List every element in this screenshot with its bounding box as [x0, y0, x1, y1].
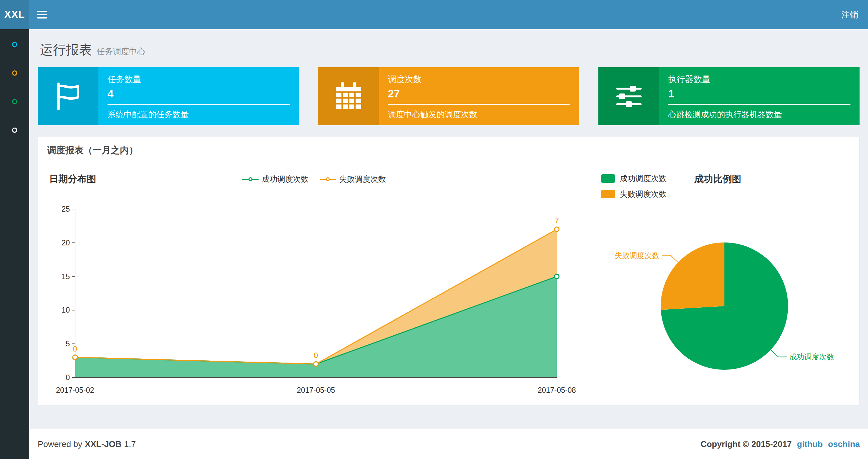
point-label: 7 — [555, 216, 559, 225]
info-box-title: 调度次数 — [388, 74, 570, 85]
info-box-desc: 系统中配置的任务数量 — [107, 109, 290, 120]
y-tick-label: 10 — [61, 306, 70, 314]
info-box-content: 任务数量 4 系统中配置的任务数量 — [98, 67, 299, 125]
sidebar-item-1[interactable] — [0, 30, 29, 59]
x-tick-label: 2017-05-08 — [538, 386, 576, 394]
data-point — [314, 362, 318, 366]
flag-icon — [38, 67, 98, 125]
copyright-text: Copyright © 2015-2017 — [701, 439, 792, 449]
info-box-title: 任务数量 — [107, 74, 290, 85]
product-name: XXL-JOB — [85, 439, 122, 449]
info-box-value: 1 — [668, 88, 850, 100]
report-panel: 调度报表（一月之内） 日期分布图 成功调度次数 失败调度次数 — [38, 137, 860, 405]
info-box-row: 任务数量 4 系统中配置的任务数量 — [38, 67, 860, 125]
info-box-title: 执行器数量 — [668, 74, 850, 85]
info-box-value: 27 — [388, 88, 570, 100]
sidebar-item-3[interactable] — [0, 87, 29, 116]
page-header: 运行报表 任务调度中心 — [40, 41, 145, 59]
pie-slice — [661, 242, 724, 310]
top-navbar: XXL 注销 — [0, 0, 868, 29]
sidebar — [0, 29, 29, 459]
pie-label: 失败调度次数 — [615, 251, 659, 260]
charts-canvas: 05101520252017-05-022017-05-052017-05-08… — [38, 137, 860, 406]
info-box-divider — [388, 104, 570, 105]
info-box-desc: 调度中心触发的调度次数 — [388, 109, 570, 120]
app-logo[interactable]: XXL — [0, 0, 29, 29]
pie-label-line — [771, 350, 787, 357]
github-link[interactable]: github — [797, 439, 823, 449]
pie-label: 成功调度次数 — [789, 353, 834, 361]
circle-icon — [12, 42, 17, 47]
pie-label-line — [662, 256, 678, 263]
y-tick-label: 15 — [61, 272, 70, 281]
circle-icon — [12, 99, 17, 104]
info-box-content: 执行器数量 1 心跳检测成功的执行器机器数量 — [659, 67, 860, 125]
product-version: 1.7 — [124, 439, 136, 449]
sliders-icon — [598, 67, 659, 125]
sidebar-item-2[interactable] — [0, 59, 29, 87]
footer-powered-by: Powered by XXL-JOB 1.7 — [38, 429, 136, 459]
app-root: XXL 注销 运行报表 任务调度中心 — [0, 0, 868, 459]
info-box-content: 调度次数 27 调度中心触发的调度次数 — [379, 67, 579, 125]
x-tick-label: 2017-05-02 — [56, 386, 94, 394]
footer-copyright: Copyright © 2015-2017 github oschina — [701, 429, 860, 459]
info-box-jobs: 任务数量 4 系统中配置的任务数量 — [38, 67, 299, 125]
info-box-executors: 执行器数量 1 心跳检测成功的执行器机器数量 — [598, 67, 860, 125]
data-point — [73, 355, 77, 360]
y-tick-label: 5 — [66, 339, 70, 348]
footer: Powered by XXL-JOB 1.7 Copyright © 2015-… — [29, 429, 868, 459]
y-tick-label: 25 — [61, 205, 70, 213]
logout-link[interactable]: 注销 — [832, 0, 868, 29]
x-tick-label: 2017-05-05 — [297, 386, 335, 394]
sidebar-item-4[interactable] — [0, 116, 29, 144]
page-subtitle: 任务调度中心 — [96, 47, 145, 56]
info-box-divider — [668, 104, 850, 105]
main-content: 运行报表 任务调度中心 任务数量 4 系统中配置的任务数量 — [29, 29, 868, 459]
info-box-desc: 心跳检测成功的执行器机器数量 — [668, 109, 850, 120]
y-tick-label: 20 — [61, 238, 70, 247]
info-box-divider — [107, 104, 290, 105]
oschina-link[interactable]: oschina — [828, 439, 860, 449]
page-title: 运行报表 — [40, 42, 92, 57]
point-label: 0 — [73, 345, 77, 353]
data-point — [555, 274, 559, 279]
circle-icon — [12, 70, 17, 76]
data-point — [555, 227, 559, 231]
info-box-value: 4 — [107, 88, 290, 100]
hamburger-icon — [37, 11, 47, 12]
sidebar-toggle-button[interactable] — [29, 0, 55, 29]
circle-icon — [12, 128, 17, 133]
calendar-icon — [318, 67, 379, 125]
point-label: 0 — [314, 351, 318, 360]
info-box-triggers: 调度次数 27 调度中心触发的调度次数 — [318, 67, 579, 125]
y-tick-label: 0 — [66, 373, 70, 382]
